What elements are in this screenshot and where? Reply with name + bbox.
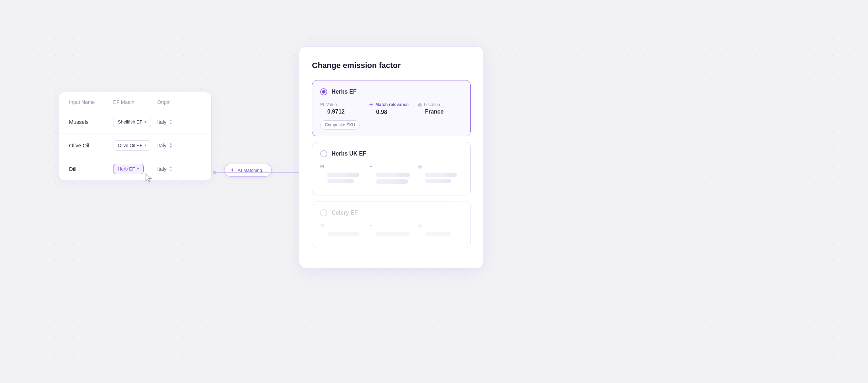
- metric-match-item: ✦ Match relevance 0.98: [369, 102, 413, 115]
- ef-label-olive-oil: Olive Oil EF: [118, 143, 142, 148]
- metric-value-item: ⊞ Value 0.9712: [320, 102, 365, 115]
- metric-skeleton-celery-3: ◎: [418, 223, 462, 236]
- radio-herbs-uk-ef[interactable]: [320, 150, 327, 157]
- origin-label-mussels: Italy: [157, 119, 166, 125]
- star-icon: ✦: [369, 223, 373, 229]
- skeleton-bar: [327, 232, 359, 236]
- match-label: Match relevance: [375, 102, 408, 107]
- value-icon: ⊞: [320, 164, 324, 169]
- metric-match-display: 0.98: [369, 109, 413, 115]
- table-row: Olive Oil Olive Oil EF ▾ Italy ▲ ▼: [59, 134, 211, 157]
- skeleton-bar: [376, 179, 408, 184]
- skeleton-bar: [376, 173, 410, 177]
- row-name-olive-oil: Olive Oil: [69, 142, 113, 148]
- ef-badge-olive-oil[interactable]: Olive Oil EF ▾: [113, 140, 157, 151]
- table-header-row: Input Name EF Match Origin: [59, 92, 211, 110]
- option-card-celery-ef[interactable]: Celery EF ⊞ ✦ ◎: [312, 201, 471, 248]
- location-icon: ◎: [418, 223, 422, 228]
- origin-label-olive-oil: Italy: [157, 143, 166, 148]
- col-header-ef-match: EF Match: [113, 99, 157, 105]
- table-row: Mussels Shellfish EF ▾ Italy ▲ ▼: [59, 110, 211, 134]
- value-icon: ⊞: [320, 102, 324, 107]
- option-name-herbs-uk-ef: Herbs UK EF: [332, 151, 366, 157]
- origin-dill: Italy ▲ ▼: [157, 166, 201, 172]
- row-name-mussels: Mussels: [69, 119, 113, 125]
- star-icon: ✦: [369, 102, 373, 107]
- origin-label-dill: Italy: [157, 166, 166, 172]
- chevron-down-icon: ▾: [144, 120, 147, 124]
- ef-label-mussels: Shellfish EF: [118, 119, 142, 125]
- metric-skeleton-1: ⊞: [320, 164, 365, 184]
- metric-value-display: 0.9712: [320, 109, 365, 115]
- skeleton-bar: [425, 179, 451, 183]
- location-icon: ◎: [418, 164, 422, 169]
- metric-skeleton-2: ✦: [369, 164, 413, 184]
- ef-badge-dill[interactable]: Herb EF ▾: [113, 164, 157, 174]
- ef-badge-mussels[interactable]: Shellfish EF ▾: [113, 117, 157, 127]
- ef-label-dill: Herb EF: [118, 166, 135, 172]
- origin-olive-oil: Italy ▲ ▼: [157, 142, 201, 149]
- option-card-herbs-uk-ef[interactable]: Herbs UK EF ⊞ ✦: [312, 142, 471, 195]
- metric-skeleton-celery-2: ✦: [369, 223, 413, 236]
- chevron-down-icon: ▾: [137, 167, 139, 171]
- location-icon: ◎: [418, 102, 422, 107]
- metric-skeleton-celery-1: ⊞: [320, 223, 365, 236]
- skeleton-bar: [376, 232, 410, 236]
- option-name-herbs-ef: Herbs EF: [332, 89, 356, 95]
- value-icon: ⊞: [320, 223, 324, 228]
- col-header-input-name: Input Name: [69, 99, 113, 105]
- metric-location-item: ◎ Location France: [418, 102, 462, 115]
- location-label: Location: [424, 102, 440, 107]
- option-name-celery-ef: Celery EF: [332, 210, 358, 216]
- row-name-dill: Dill: [69, 166, 113, 172]
- stepper-icon[interactable]: ▲ ▼: [169, 142, 173, 149]
- star-icon: ✦: [369, 164, 373, 169]
- input-table-card: Input Name EF Match Origin Mussels Shell…: [59, 92, 212, 181]
- connector-svg: [212, 166, 304, 180]
- metric-location-display: France: [418, 109, 462, 115]
- col-header-origin: Origin: [157, 99, 201, 105]
- chevron-down-icon: ▾: [144, 143, 147, 148]
- skeleton-bar: [327, 179, 354, 183]
- radio-celery-ef[interactable]: [320, 209, 327, 216]
- skeleton-bar: [327, 173, 359, 177]
- table-row: Dill Herb EF ▾ Italy ▲ ▼: [59, 157, 211, 180]
- origin-mussels: Italy ▲ ▼: [157, 119, 201, 125]
- svg-point-0: [213, 171, 216, 174]
- radio-herbs-ef[interactable]: [320, 88, 327, 95]
- composite-badge: Composite SKU: [320, 120, 360, 130]
- stepper-icon[interactable]: ▲ ▼: [169, 119, 173, 125]
- stepper-icon[interactable]: ▲ ▼: [169, 166, 173, 172]
- skeleton-bar: [425, 232, 451, 236]
- metric-skeleton-3: ◎: [418, 164, 462, 184]
- skeleton-bar: [425, 173, 457, 177]
- value-label: Value: [326, 102, 337, 107]
- panel-title: Change emission factor: [312, 61, 471, 70]
- option-card-herbs-ef[interactable]: Herbs EF ⊞ Value 0.9712 ✦ Match relevanc…: [312, 80, 471, 136]
- emission-factor-panel: Change emission factor Herbs EF ⊞ Value …: [299, 46, 484, 268]
